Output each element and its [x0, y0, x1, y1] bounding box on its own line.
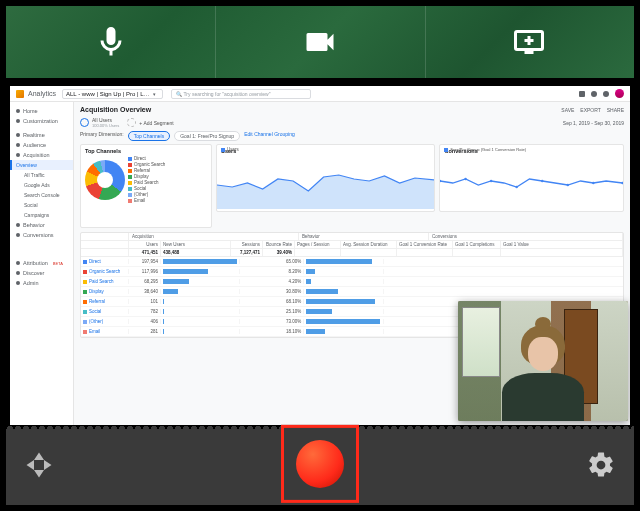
users-chart [217, 165, 434, 209]
svg-point-7 [622, 182, 623, 185]
panel-title: Top Channels [85, 148, 207, 154]
export-button[interactable]: EXPORT [580, 107, 600, 113]
col-group-behavior: Behavior [299, 233, 429, 240]
screen-plus-icon [511, 24, 547, 60]
primary-dimension-label: Primary Dimension: [80, 131, 124, 141]
sidebar-item-campaigns[interactable]: Campaigns [10, 210, 73, 220]
sidebar-item-google-ads[interactable]: Google Ads [10, 180, 73, 190]
sidebar-item-overview[interactable]: Overview [10, 160, 73, 170]
mic-button[interactable] [6, 6, 215, 78]
conversions-chart [440, 165, 623, 209]
record-icon [296, 440, 344, 488]
table-row[interactable]: Direct197,95465.00% [81, 257, 623, 267]
svg-point-6 [593, 182, 595, 185]
svg-point-5 [567, 184, 569, 187]
legend-item: Social [128, 186, 165, 191]
date-range-picker[interactable]: Sep 1, 2019 - Sep 30, 2019 [563, 120, 624, 126]
legend-item: Display [128, 174, 165, 179]
sidebar-item-attribution[interactable]: AttributionBETA [10, 258, 73, 268]
sidebar-item-discover[interactable]: Discover [10, 268, 73, 278]
webcam-person [498, 321, 588, 421]
sidebar-item-behavior[interactable]: Behavior [10, 220, 73, 230]
legend-item: Organic Search [128, 162, 165, 167]
svg-point-1 [465, 178, 467, 181]
search-input[interactable]: Try searching for "acquisition overview" [171, 89, 311, 99]
video-camera-icon [302, 24, 338, 60]
sidebar-item-acquisition[interactable]: Acquisition [10, 150, 73, 160]
settings-button[interactable] [586, 450, 616, 484]
ga-header: Analytics ALL - www | Sign Up | Pro | L…… [10, 86, 630, 102]
sidebar-item-all-traffic[interactable]: All Traffic [10, 170, 73, 180]
legend-item: Paid Search [128, 180, 165, 185]
add-screen-button[interactable] [425, 6, 634, 78]
gear-icon [586, 450, 616, 480]
app-logo [24, 450, 54, 484]
aperture-icon [24, 450, 54, 480]
page-title: Acquisition Overview [80, 106, 151, 113]
sidebar-item-home[interactable]: Home [10, 106, 73, 116]
webcam-window [462, 307, 500, 377]
add-segment-button[interactable]: + Add Segment [127, 118, 173, 127]
panel-title: Users [221, 148, 430, 154]
help-icon[interactable] [603, 91, 609, 97]
tab-top-channels[interactable]: Top Channels [128, 131, 171, 141]
svg-point-4 [541, 180, 543, 183]
pie-legend: DirectOrganic SearchReferralDisplayPaid … [128, 156, 165, 224]
search-placeholder: Try searching for "acquisition overview" [184, 91, 271, 97]
panel-users: Users Users [216, 144, 435, 212]
table-row[interactable]: Display38,64030.80% [81, 287, 623, 297]
svg-point-3 [516, 186, 518, 189]
table-row[interactable]: Organic Search117,9968.20% [81, 267, 623, 277]
segment-all-users[interactable]: All Users100.00% Users [80, 117, 119, 128]
sidebar-item-social[interactable]: Social [10, 200, 73, 210]
webcam-overlay[interactable] [458, 301, 628, 421]
save-button[interactable]: SAVE [561, 107, 574, 113]
panel-conversions: Conversions Free/Pro Signup (Goal 1 Conv… [439, 144, 624, 212]
legend-item: Email [128, 198, 165, 203]
sidebar-item-conversions[interactable]: Conversions [10, 230, 73, 240]
ga-brand: Analytics [28, 90, 56, 97]
panel-top-channels: Top Channels DirectOrganic SearchReferra… [80, 144, 212, 228]
legend-item: Referral [128, 168, 165, 173]
pie-chart [85, 160, 125, 200]
tab-goal-conversion[interactable]: Goal 1: Free/Pro Signup [174, 131, 240, 141]
sidebar-item-admin[interactable]: Admin [10, 278, 73, 288]
ga-logo-icon [16, 90, 24, 98]
share-button[interactable]: SHARE [607, 107, 624, 113]
mic-icon [93, 24, 129, 60]
capture-mode-toolbar [6, 6, 634, 78]
sidebar-item-audience[interactable]: Audience [10, 140, 73, 150]
apps-icon[interactable] [591, 91, 597, 97]
ga-sidebar: Home Customization Realtime Audience Acq… [10, 102, 74, 425]
legend-label: Free/Pro Signup (Goal 1 Conversion Rate) [450, 147, 526, 152]
svg-point-2 [490, 180, 492, 183]
svg-point-0 [440, 180, 441, 183]
sidebar-item-search-console[interactable]: Search Console [10, 190, 73, 200]
sidebar-item-realtime[interactable]: Realtime [10, 130, 73, 140]
sidebar-item-customization[interactable]: Customization [10, 116, 73, 126]
legend-label: Users [227, 147, 239, 152]
col-group-acquisition: Acquisition [129, 233, 299, 240]
edit-channel-grouping-link[interactable]: Edit Channel Grouping [244, 131, 295, 141]
camera-button[interactable] [215, 6, 424, 78]
legend-item: (Other) [128, 192, 165, 197]
property-selector[interactable]: ALL - www | Sign Up | Pro | L… [62, 89, 162, 99]
avatar[interactable] [615, 89, 624, 98]
legend-item: Direct [128, 156, 165, 161]
table-row[interactable]: Paid Search68,2954.20% [81, 277, 623, 287]
record-button[interactable] [281, 425, 359, 503]
recorder-bar [6, 429, 634, 505]
col-group-conversions: Conversions [429, 233, 623, 240]
notifications-icon[interactable] [579, 91, 585, 97]
